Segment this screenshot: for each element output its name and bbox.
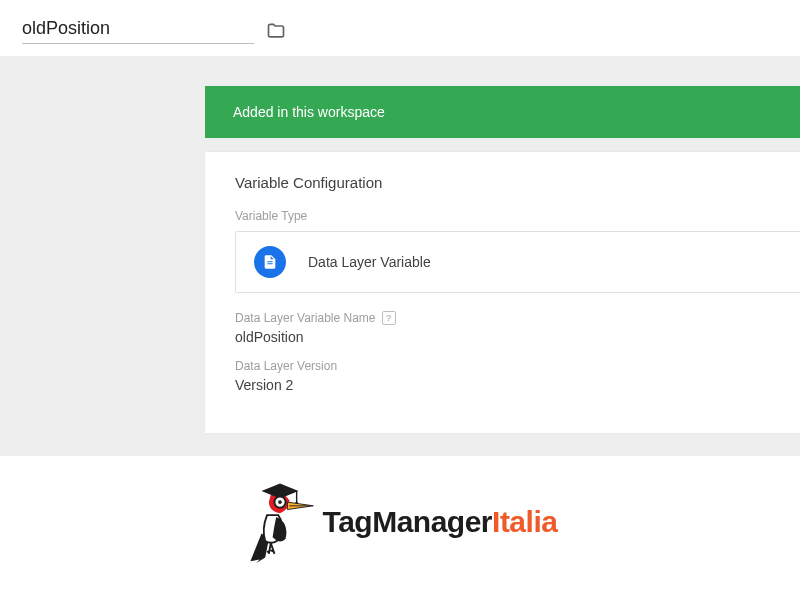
data-layer-icon — [254, 246, 286, 278]
folder-icon[interactable] — [266, 21, 286, 41]
help-icon[interactable]: ? — [382, 311, 396, 325]
variable-type-label: Variable Type — [205, 209, 800, 231]
content-area: Added in this workspace Variable Configu… — [0, 56, 800, 456]
workspace-banner: Added in this workspace — [205, 86, 800, 138]
card-title: Variable Configuration — [205, 174, 800, 209]
dlv-version-label: Data Layer Version — [235, 359, 770, 377]
variable-type-selector[interactable]: Data Layer Variable — [235, 231, 800, 293]
dlv-name-value: oldPosition — [235, 329, 770, 345]
header-bar — [0, 0, 800, 56]
dlv-version-value: Version 2 — [235, 377, 770, 393]
logo-text: TagManagerItalia — [323, 505, 558, 539]
variable-config-card: Variable Configuration Variable Type Dat… — [205, 152, 800, 433]
dlv-name-label: Data Layer Variable Name ? — [235, 311, 770, 329]
woodpecker-icon — [243, 478, 317, 566]
banner-text: Added in this workspace — [233, 104, 385, 120]
svg-rect-0 — [276, 489, 283, 495]
variable-name-input[interactable] — [22, 18, 254, 44]
svg-point-4 — [278, 500, 282, 504]
variable-type-value: Data Layer Variable — [308, 254, 431, 270]
brand-logo: TagManagerItalia — [0, 456, 800, 566]
